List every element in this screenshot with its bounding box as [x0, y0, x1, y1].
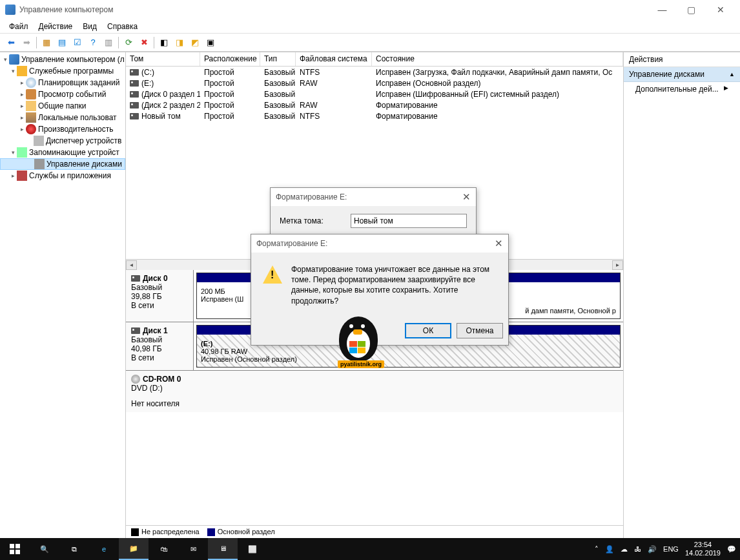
- tree-users[interactable]: Локальные пользоват: [38, 113, 117, 122]
- tree-diskmgmt[interactable]: Управление дисками: [46, 160, 122, 169]
- people-icon[interactable]: 👤: [605, 545, 614, 554]
- scroll-right[interactable]: ►: [612, 260, 623, 270]
- ok-button[interactable]: ОК: [405, 323, 451, 338]
- lang-indicator[interactable]: ENG: [663, 545, 679, 553]
- close-icon[interactable]: ✕: [495, 238, 503, 249]
- tb-7[interactable]: ◩: [188, 36, 202, 50]
- close-button[interactable]: ✕: [706, 1, 735, 19]
- tree-shared[interactable]: Общие папки: [38, 101, 86, 110]
- edge-icon[interactable]: e: [89, 538, 119, 560]
- tree-apps[interactable]: Службы и приложения: [29, 171, 111, 180]
- menubar: Файл Действие Вид Справка: [0, 19, 740, 34]
- tb-5[interactable]: ◧: [157, 36, 171, 50]
- tree-perf[interactable]: Производительность: [38, 125, 113, 134]
- cancel-button[interactable]: Отмена: [457, 323, 503, 338]
- refresh-icon[interactable]: ⟳: [121, 36, 136, 50]
- system-tray[interactable]: ˄ 👤 ☁ 🖧 🔊 ENG 23:54 14.02.2019 💬: [595, 541, 740, 557]
- warning-text: Форматирование тома уничтожает все данны…: [291, 264, 497, 306]
- actions-selected[interactable]: Управление дисками ▲: [624, 67, 740, 82]
- col-tom[interactable]: Том: [126, 52, 200, 66]
- volume-row[interactable]: (C:)ПростойБазовыйNTFSИсправен (Загрузка…: [126, 67, 623, 78]
- tree-devmgr[interactable]: Диспетчер устройств: [46, 136, 121, 145]
- volume-row[interactable]: (Диск 2 раздел 2)ПростойБазовыйRAWФормат…: [126, 99, 623, 110]
- compmgmt-taskbar[interactable]: 🖥: [208, 538, 238, 560]
- volume-icon[interactable]: 🔊: [648, 545, 657, 554]
- actions-pane: Действия Управление дисками ▲ Дополнител…: [624, 52, 740, 538]
- volume-row[interactable]: Новый томПростойБазовыйNTFSФорматировани…: [126, 110, 623, 121]
- menu-view[interactable]: Вид: [77, 21, 102, 32]
- network-icon[interactable]: 🖧: [634, 545, 641, 553]
- disk-0-info[interactable]: Диск 0 Базовый 39,88 ГБ В сети: [126, 270, 194, 322]
- volume-row[interactable]: (Диск 0 раздел 1)ПростойБазовыйИсправен …: [126, 88, 623, 99]
- actions-more[interactable]: Дополнительные дей... ▶: [624, 82, 740, 96]
- col-loc[interactable]: Расположение: [200, 52, 260, 66]
- toolbar: ⬅ ➡ ▦ ▤ ☑ ? ▥ ⟳ ✖ ◧ ◨ ◩ ▣: [0, 34, 740, 52]
- col-fs[interactable]: Файловая система: [296, 52, 372, 66]
- actions-header: Действия: [624, 52, 740, 67]
- minimize-button[interactable]: ―: [648, 1, 677, 19]
- menu-file[interactable]: Файл: [4, 21, 34, 32]
- back-button[interactable]: ⬅: [4, 36, 18, 50]
- watermark-logo: pyatilistnik.org: [333, 310, 384, 368]
- tree-services[interactable]: Служебные программы: [29, 67, 114, 76]
- tree-events[interactable]: Просмотр событий: [38, 90, 106, 99]
- dlg1-title: Форматирование E: ✕: [271, 188, 476, 206]
- tb-6[interactable]: ◨: [172, 36, 187, 50]
- onedrive-icon[interactable]: ☁: [621, 545, 628, 554]
- delete-icon[interactable]: ✖: [137, 36, 151, 50]
- col-type[interactable]: Тип: [260, 52, 296, 66]
- watermark-text: pyatilistnik.org: [338, 360, 384, 368]
- taskbar[interactable]: 🔍 ⧉ e 📁 🛍 ✉ 🖥 ⬜ ˄ 👤 ☁ 🖧 🔊 ENG 23:54 14.0…: [0, 538, 740, 560]
- disk0-part1[interactable]: 200 МБ Исправен (Ш: [196, 273, 256, 319]
- col-state[interactable]: Состояние: [372, 52, 623, 66]
- tray-up-icon[interactable]: ˄: [595, 545, 599, 554]
- volume-header[interactable]: Том Расположение Тип Файловая система Со…: [126, 52, 623, 67]
- collapse-icon[interactable]: ▲: [729, 71, 735, 78]
- svg-rect-1: [15, 544, 20, 548]
- tree-scheduler[interactable]: Планировщик заданий: [38, 78, 119, 87]
- taskview-icon[interactable]: ⧉: [59, 538, 89, 560]
- tb-8[interactable]: ▣: [203, 36, 218, 50]
- tb-2[interactable]: ▤: [55, 36, 69, 50]
- svg-rect-3: [15, 550, 20, 554]
- explorer-icon[interactable]: 📁: [119, 538, 149, 560]
- cdrom-row: CD-ROM 0 DVD (D:) Нет носителя: [126, 371, 623, 412]
- menu-action[interactable]: Действие: [34, 21, 78, 32]
- format-dialog-back: Форматирование E: ✕ Метка тома:: [270, 187, 477, 239]
- maximize-button[interactable]: ▢: [677, 1, 706, 19]
- svg-rect-2: [10, 550, 14, 554]
- scroll-left[interactable]: ◄: [126, 260, 137, 270]
- tb-1[interactable]: ▦: [39, 36, 54, 50]
- volume-label-input[interactable]: [351, 214, 467, 228]
- close-icon[interactable]: ✕: [462, 191, 471, 203]
- app-icon: [5, 5, 15, 15]
- label-volume: Метка тома:: [280, 216, 351, 225]
- svg-rect-0: [10, 544, 14, 548]
- tree-storage[interactable]: Запоминающие устройст: [29, 148, 119, 157]
- notifications-icon[interactable]: 💬: [727, 545, 736, 554]
- warning-icon: [263, 265, 282, 284]
- titlebar: Управление компьютером ― ▢ ✕: [0, 0, 740, 19]
- clock[interactable]: 23:54 14.02.2019: [685, 541, 721, 557]
- mail-icon[interactable]: ✉: [178, 538, 208, 560]
- app-taskbar[interactable]: ⬜: [238, 538, 267, 560]
- menu-help[interactable]: Справка: [102, 21, 143, 32]
- tb-4[interactable]: ▥: [101, 36, 116, 50]
- search-icon[interactable]: 🔍: [30, 538, 59, 560]
- tb-3[interactable]: ☑: [70, 36, 85, 50]
- start-button[interactable]: [0, 538, 30, 560]
- navigation-tree[interactable]: ▾Управление компьютером (л ▾Служебные пр…: [0, 52, 126, 538]
- volume-row[interactable]: (E:)ПростойБазовыйRAWИсправен (Основной …: [126, 78, 623, 88]
- cdrom-info[interactable]: CD-ROM 0 DVD (D:) Нет носителя: [126, 371, 623, 412]
- disk-1-info[interactable]: Диск 1 Базовый 40,98 ГБ В сети: [126, 322, 194, 370]
- legend: Не распределена Основной раздел: [126, 525, 623, 538]
- dlg2-title: Форматирование E: ✕: [251, 234, 508, 253]
- store-icon[interactable]: 🛍: [149, 538, 178, 560]
- window-title: Управление компьютером: [19, 5, 113, 14]
- help-icon[interactable]: ?: [86, 36, 100, 50]
- forward-button[interactable]: ➡: [19, 36, 34, 50]
- tree-root[interactable]: Управление компьютером (л: [21, 55, 125, 64]
